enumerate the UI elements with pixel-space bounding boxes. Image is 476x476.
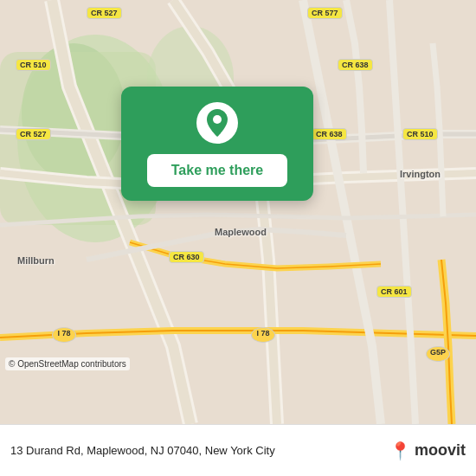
- road-badge-cr630: CR 630: [169, 251, 204, 263]
- map-container: CR 527 CR 577 CR 510 CR 638 CR 527 CR 63…: [0, 0, 476, 424]
- road-badge-cr638-top: CR 638: [338, 59, 373, 71]
- road-badge-cr601: CR 601: [376, 286, 412, 298]
- osm-credit: © OpenStreetMap contributors: [5, 357, 130, 370]
- place-label-millburn: Millburn: [17, 255, 55, 266]
- moovit-logo-pin: 📍: [389, 441, 411, 461]
- road-badge-cr510-right: CR 510: [402, 128, 438, 140]
- road-badge-cr527-mid: CR 527: [16, 128, 51, 140]
- moovit-logo: 📍 moovit: [389, 441, 466, 461]
- road-badge-cr527-top: CR 527: [87, 7, 122, 19]
- road-badge-cr510-left: CR 510: [16, 59, 51, 71]
- road-badge-cr638-mid: CR 638: [312, 128, 347, 140]
- road-badge-i78-right: I 78: [251, 327, 275, 343]
- location-card: Take me there: [121, 87, 313, 201]
- road-badge-i78-left: I 78: [52, 327, 76, 343]
- road-badge-gsp: G5P: [426, 346, 450, 362]
- place-label-maplewood: Maplewood: [215, 227, 267, 237]
- place-label-irvington: Irvington: [400, 169, 441, 179]
- svg-point-5: [213, 115, 222, 124]
- take-me-there-button[interactable]: Take me there: [147, 154, 287, 187]
- address-text: 13 Durand Rd, Maplewood, NJ 07040, New Y…: [10, 444, 389, 457]
- road-badge-cr577: CR 577: [307, 7, 343, 19]
- location-pin-circle: [196, 102, 238, 144]
- moovit-logo-text: moovit: [415, 441, 466, 460]
- bottom-bar: 13 Durand Rd, Maplewood, NJ 07040, New Y…: [0, 424, 476, 476]
- location-pin-icon: [206, 109, 228, 137]
